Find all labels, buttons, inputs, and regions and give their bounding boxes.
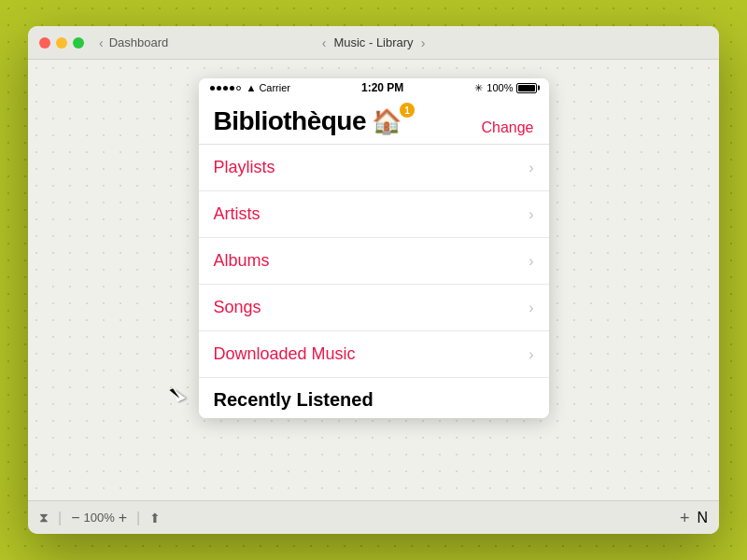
- iphone-frame: ▲ Carrier 1:20 PM ✳ 100% Bibliothèqu: [199, 78, 549, 418]
- menu-list: Playlists › Artists › Albums › Songs ›: [199, 145, 549, 378]
- zoom-controls: − 100% +: [71, 511, 127, 525]
- toolbar-right: + N: [680, 510, 708, 526]
- zoom-out-button[interactable]: −: [71, 511, 79, 525]
- signal-dot-2: [217, 86, 221, 91]
- recently-listened-title: Recently Listened: [199, 378, 549, 418]
- minimize-button[interactable]: [56, 37, 67, 49]
- header-emoji: 🏠: [372, 107, 402, 136]
- menu-item-label: Albums: [214, 251, 270, 271]
- breadcrumb-nav: ‹ Dashboard: [99, 35, 168, 50]
- menu-item-label: Songs: [214, 298, 261, 317]
- menu-item-downloaded-music[interactable]: Downloaded Music ›: [199, 331, 549, 378]
- bluetooth-icon: ✳: [474, 82, 483, 94]
- close-button[interactable]: [39, 37, 50, 49]
- signal-dot-3: [223, 86, 228, 91]
- chevron-right-icon: ›: [529, 160, 533, 176]
- separator-2: |: [136, 510, 140, 526]
- chevron-right-icon: ›: [529, 253, 533, 270]
- menu-item-playlists[interactable]: Playlists ›: [199, 145, 549, 191]
- status-left: ▲ Carrier: [210, 82, 291, 93]
- change-button[interactable]: Change: [481, 106, 533, 136]
- menu-item-label: Artists: [214, 204, 261, 224]
- maximize-button[interactable]: [73, 37, 84, 49]
- wifi-icon: ▲: [247, 82, 257, 93]
- window-title-area: ‹ Music - Library ›: [322, 35, 426, 50]
- status-bar: ▲ Carrier 1:20 PM ✳ 100%: [199, 78, 549, 97]
- zoom-in-button[interactable]: +: [119, 511, 127, 525]
- menu-item-artists[interactable]: Artists ›: [199, 191, 549, 238]
- signal-icon: [210, 86, 241, 91]
- bottom-toolbar: ⧗ | − 100% + | ⬆ + N: [28, 500, 719, 534]
- add-button[interactable]: +: [680, 510, 690, 526]
- battery-fill: [518, 85, 535, 91]
- next-arrow-icon[interactable]: ›: [421, 35, 426, 50]
- signal-dot-5: [236, 86, 241, 91]
- title-bar: ‹ Dashboard ‹ Music - Library ›: [28, 26, 719, 60]
- prev-arrow-icon[interactable]: ‹: [322, 35, 327, 50]
- status-time: 1:20 PM: [361, 81, 403, 94]
- menu-item-label: Downloaded Music: [214, 344, 356, 364]
- zoom-level: 100%: [84, 511, 115, 525]
- mouse-cursor: [173, 388, 184, 405]
- chevron-right-icon: ›: [529, 206, 533, 223]
- canvas-area: ▲ Carrier 1:20 PM ✳ 100% Bibliothèqu: [28, 60, 719, 500]
- chevron-right-icon: ›: [529, 346, 533, 363]
- window-title: Music - Library: [333, 35, 413, 49]
- export-icon[interactable]: ⬆: [149, 511, 161, 525]
- library-title: Bibliothèque: [214, 106, 367, 136]
- separator-1: |: [58, 510, 62, 526]
- hourglass-icon: ⧗: [39, 510, 49, 525]
- status-right: ✳ 100%: [474, 82, 537, 94]
- main-window: ‹ Dashboard ‹ Music - Library ›: [28, 26, 719, 534]
- carrier-name: Carrier: [259, 82, 290, 93]
- menu-item-albums[interactable]: Albums ›: [199, 238, 549, 285]
- extra-label: N: [697, 510, 708, 526]
- signal-dot-1: [210, 86, 215, 91]
- chevron-right-icon: ›: [529, 300, 533, 316]
- library-header: Bibliothèque 🏠 1 Change: [199, 97, 549, 145]
- back-arrow-icon[interactable]: ‹: [99, 35, 104, 50]
- menu-item-songs[interactable]: Songs ›: [199, 285, 549, 331]
- iphone-content: Bibliothèque 🏠 1 Change Playlists › Arti…: [199, 97, 549, 418]
- traffic-lights: [39, 37, 84, 49]
- battery-icon: [516, 83, 537, 93]
- header-title-area: Bibliothèque 🏠 1: [214, 106, 402, 136]
- menu-item-label: Playlists: [214, 158, 275, 177]
- signal-dot-4: [230, 86, 234, 91]
- breadcrumb: Dashboard: [109, 35, 169, 49]
- battery-percentage: 100%: [486, 82, 513, 93]
- notification-badge: 1: [400, 103, 415, 118]
